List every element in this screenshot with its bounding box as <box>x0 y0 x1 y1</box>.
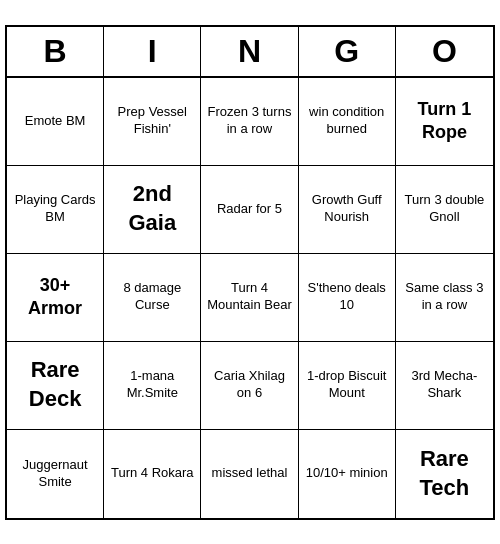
header-letter-i: I <box>104 27 201 76</box>
bingo-grid: Emote BMPrep Vessel Fishin'Frozen 3 turn… <box>7 78 493 518</box>
bingo-cell-8: Growth Guff Nourish <box>299 166 396 254</box>
bingo-cell-16: 1-mana Mr.Smite <box>104 342 201 430</box>
bingo-card: BINGO Emote BMPrep Vessel Fishin'Frozen … <box>5 25 495 520</box>
bingo-cell-10: 30+ Armor <box>7 254 104 342</box>
bingo-cell-9: Turn 3 double Gnoll <box>396 166 493 254</box>
bingo-cell-3: win condition burned <box>299 78 396 166</box>
bingo-header: BINGO <box>7 27 493 78</box>
header-letter-g: G <box>299 27 396 76</box>
bingo-cell-5: Playing Cards BM <box>7 166 104 254</box>
bingo-cell-0: Emote BM <box>7 78 104 166</box>
header-letter-n: N <box>201 27 298 76</box>
bingo-cell-11: 8 damage Curse <box>104 254 201 342</box>
bingo-cell-6: 2nd Gaia <box>104 166 201 254</box>
bingo-cell-19: 3rd Mecha-Shark <box>396 342 493 430</box>
bingo-cell-7: Radar for 5 <box>201 166 298 254</box>
bingo-cell-1: Prep Vessel Fishin' <box>104 78 201 166</box>
bingo-cell-24: Rare Tech <box>396 430 493 518</box>
bingo-cell-22: missed lethal <box>201 430 298 518</box>
bingo-cell-2: Frozen 3 turns in a row <box>201 78 298 166</box>
bingo-cell-13: S'theno deals 10 <box>299 254 396 342</box>
header-letter-o: O <box>396 27 493 76</box>
bingo-cell-21: Turn 4 Rokara <box>104 430 201 518</box>
bingo-cell-18: 1-drop Biscuit Mount <box>299 342 396 430</box>
bingo-cell-17: Caria Xhilag on 6 <box>201 342 298 430</box>
bingo-cell-14: Same class 3 in a row <box>396 254 493 342</box>
bingo-cell-4: Turn 1 Rope <box>396 78 493 166</box>
bingo-cell-15: Rare Deck <box>7 342 104 430</box>
header-letter-b: B <box>7 27 104 76</box>
bingo-cell-23: 10/10+ minion <box>299 430 396 518</box>
bingo-cell-20: Juggernaut Smite <box>7 430 104 518</box>
bingo-cell-12: Turn 4 Mountain Bear <box>201 254 298 342</box>
